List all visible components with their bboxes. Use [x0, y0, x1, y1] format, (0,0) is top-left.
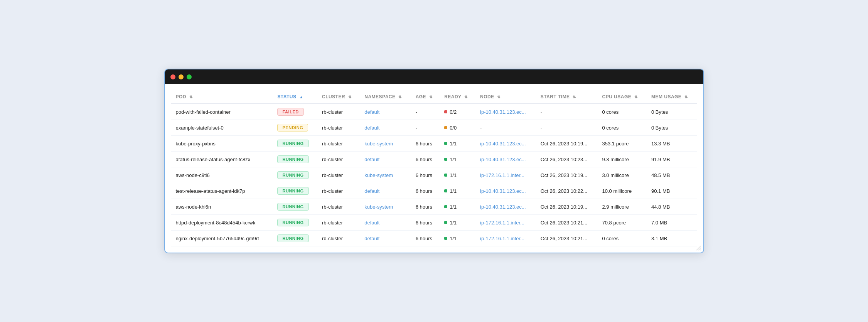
namespace-link[interactable]: default: [364, 125, 379, 131]
table-row[interactable]: httpd-deployment-8c48d454b-kcrwk RUNNING…: [171, 215, 697, 231]
col-cluster[interactable]: CLUSTER ⇅: [317, 90, 360, 104]
cell-start-time: Oct 26, 2023 10:19...: [536, 199, 598, 215]
col-ready[interactable]: READY ⇅: [440, 90, 475, 104]
cell-status: RUNNING: [273, 167, 317, 183]
start-time-value: Oct 26, 2023 10:23...: [541, 157, 587, 162]
node-link[interactable]: ip-10.40.31.123.ec...: [480, 141, 526, 147]
namespace-link[interactable]: default: [364, 157, 379, 162]
table-row[interactable]: aws-node-khl6n RUNNING rb-cluster kube-s…: [171, 199, 697, 215]
cell-node[interactable]: ip-172.16.1.1.inter...: [475, 167, 536, 183]
namespace-link[interactable]: kube-system: [364, 141, 393, 147]
cell-node[interactable]: ip-10.40.31.123.ec...: [475, 183, 536, 199]
node-link[interactable]: ip-10.40.31.123.ec...: [480, 204, 526, 210]
ready-value: 1/1: [450, 204, 457, 210]
cell-namespace[interactable]: default: [360, 120, 411, 136]
cell-cpu-usage: 70.8 μcore: [598, 215, 647, 231]
col-namespace[interactable]: NAMESPACE ⇅: [360, 90, 411, 104]
ready-value: 1/1: [450, 236, 457, 241]
cell-cpu-usage: 353.1 μcore: [598, 136, 647, 152]
cell-age: 6 hours: [411, 199, 440, 215]
svg-line-2: [700, 250, 701, 250]
ready-sort-icon: ⇅: [464, 95, 467, 99]
cell-pod: atatus-release-atatus-agent-tc8zx: [171, 152, 273, 167]
cell-node[interactable]: ip-10.40.31.123.ec...: [475, 104, 536, 120]
status-badge: RUNNING: [277, 187, 308, 195]
table-row[interactable]: test-release-atatus-agent-ldk7p RUNNING …: [171, 183, 697, 199]
cell-pod: pod-with-failed-container: [171, 104, 273, 120]
node-link[interactable]: ip-10.40.31.123.ec...: [480, 109, 526, 115]
cell-namespace[interactable]: default: [360, 231, 411, 246]
namespace-link[interactable]: default: [364, 188, 379, 194]
close-button[interactable]: [170, 74, 175, 79]
table-row[interactable]: example-statefulset-0 PENDING rb-cluster…: [171, 120, 697, 136]
table-row[interactable]: aws-node-c9tl6 RUNNING rb-cluster kube-s…: [171, 167, 697, 183]
ready-dot: [444, 142, 447, 145]
cpu-usage-sort-icon: ⇅: [634, 95, 637, 99]
ready-value: 0/2: [450, 109, 457, 115]
cell-cluster: rb-cluster: [317, 152, 360, 167]
cell-pod: nginx-deployment-5b7765d49c-gm9rt: [171, 231, 273, 246]
status-sort-icon: ▲: [299, 95, 303, 99]
cell-namespace[interactable]: kube-system: [360, 136, 411, 152]
col-cpu-usage[interactable]: CPU USAGE ⇅: [598, 90, 647, 104]
maximize-button[interactable]: [187, 74, 192, 79]
namespace-link[interactable]: kube-system: [364, 172, 393, 178]
minimize-button[interactable]: [179, 74, 184, 79]
cell-namespace[interactable]: default: [360, 104, 411, 120]
table-row[interactable]: kube-proxy-pxbns RUNNING rb-cluster kube…: [171, 136, 697, 152]
namespace-link[interactable]: kube-system: [364, 204, 393, 210]
col-status[interactable]: STATUS ▲: [273, 90, 317, 104]
table-row[interactable]: atatus-release-atatus-agent-tc8zx RUNNIN…: [171, 152, 697, 167]
cell-mem-usage: 3.1 MB: [647, 231, 697, 246]
col-node[interactable]: NODE ⇅: [475, 90, 536, 104]
col-age[interactable]: AGE ⇅: [411, 90, 440, 104]
namespace-sort-icon: ⇅: [398, 95, 401, 99]
resize-handle[interactable]: [696, 245, 702, 251]
cell-namespace[interactable]: default: [360, 183, 411, 199]
status-badge: RUNNING: [277, 171, 308, 179]
table-body: pod-with-failed-container FAILED rb-clus…: [171, 104, 697, 246]
table-row[interactable]: nginx-deployment-5b7765d49c-gm9rt RUNNIN…: [171, 231, 697, 246]
node-link[interactable]: ip-10.40.31.123.ec...: [480, 157, 526, 162]
ready-value: 1/1: [450, 188, 457, 194]
cell-namespace[interactable]: kube-system: [360, 199, 411, 215]
namespace-link[interactable]: default: [364, 236, 379, 241]
titlebar: [165, 69, 703, 84]
namespace-link[interactable]: default: [364, 220, 379, 226]
node-link[interactable]: ip-172.16.1.1.inter...: [480, 236, 524, 241]
cell-status: RUNNING: [273, 152, 317, 167]
cell-cluster: rb-cluster: [317, 199, 360, 215]
cell-namespace[interactable]: default: [360, 152, 411, 167]
node-link[interactable]: ip-10.40.31.123.ec...: [480, 188, 526, 194]
cell-mem-usage: 7.0 MB: [647, 215, 697, 231]
mem-usage-sort-icon: ⇅: [684, 95, 688, 99]
start-time-value: Oct 26, 2023 10:22...: [541, 188, 587, 194]
namespace-link[interactable]: default: [364, 109, 379, 115]
status-badge: RUNNING: [277, 155, 308, 163]
cell-namespace[interactable]: default: [360, 215, 411, 231]
cell-mem-usage: 48.5 MB: [647, 167, 697, 183]
cell-cpu-usage: 0 cores: [598, 104, 647, 120]
cell-node[interactable]: ip-172.16.1.1.inter...: [475, 231, 536, 246]
col-start-time[interactable]: START TIME ⇅: [536, 90, 598, 104]
cell-ready: 1/1: [440, 215, 475, 231]
cell-node[interactable]: ip-10.40.31.123.ec...: [475, 199, 536, 215]
col-mem-usage[interactable]: MEM USAGE ⇅: [647, 90, 697, 104]
node-link[interactable]: ip-172.16.1.1.inter...: [480, 220, 524, 226]
start-time-value: -: [541, 125, 542, 131]
cell-node[interactable]: ip-10.40.31.123.ec...: [475, 152, 536, 167]
cell-status: RUNNING: [273, 215, 317, 231]
node-link[interactable]: ip-172.16.1.1.inter...: [480, 172, 524, 178]
col-pod[interactable]: POD ⇅: [171, 90, 273, 104]
cell-namespace[interactable]: kube-system: [360, 167, 411, 183]
ready-value: 0/0: [450, 125, 457, 131]
table-row[interactable]: pod-with-failed-container FAILED rb-clus…: [171, 104, 697, 120]
cell-cpu-usage: 9.3 millicore: [598, 152, 647, 167]
cell-mem-usage: 0 Bytes: [647, 120, 697, 136]
cell-pod: kube-proxy-pxbns: [171, 136, 273, 152]
cell-node[interactable]: ip-172.16.1.1.inter...: [475, 215, 536, 231]
cell-node[interactable]: ip-10.40.31.123.ec...: [475, 136, 536, 152]
cell-cluster: rb-cluster: [317, 167, 360, 183]
table-header: POD ⇅ STATUS ▲ CLUSTER ⇅ NAMESPACE: [171, 90, 697, 104]
cell-age: 6 hours: [411, 231, 440, 246]
